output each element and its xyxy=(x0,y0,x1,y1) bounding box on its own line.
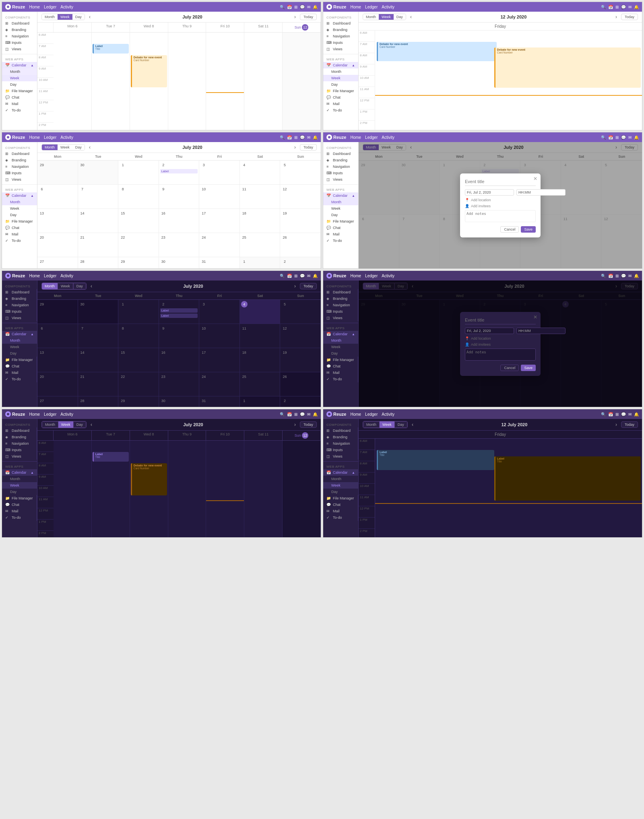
si3[interactable]: 🔍 xyxy=(280,135,285,140)
tab-day[interactable]: Day xyxy=(72,14,85,20)
modal-save-btn[interactable]: Save xyxy=(521,226,536,233)
mail-icon[interactable]: ✉ xyxy=(307,5,310,9)
prev-btn-2[interactable]: ‹ xyxy=(409,14,413,20)
next-btn-2[interactable]: › xyxy=(614,14,619,20)
today-btn[interactable]: Today xyxy=(300,14,317,20)
today-3[interactable]: Today xyxy=(300,144,317,151)
sidebar-item-todo[interactable]: ✓To-do xyxy=(2,107,37,113)
si-wk3[interactable]: Week xyxy=(2,205,37,212)
day-col-fri[interactable] xyxy=(206,33,244,130)
sidebar-sub-month[interactable]: Month xyxy=(2,68,37,75)
sidebar-sub-day[interactable]: Day xyxy=(2,81,37,88)
dark-day-event-blue[interactable]: Label Title xyxy=(377,450,494,470)
mc-28[interactable]: 28 xyxy=(78,257,119,268)
mc-18[interactable]: 18 xyxy=(240,209,281,233)
day-view-scroll[interactable]: 6 AM 7 AM 8 AM 9 AM 10 AM 11 AM 12 PM 1 … xyxy=(359,31,642,130)
mc-8[interactable]: 8 xyxy=(118,185,159,209)
event-label[interactable]: Label Title xyxy=(93,44,129,54)
mc-22[interactable]: 22 xyxy=(118,233,159,257)
day-col-thu[interactable] xyxy=(168,33,206,130)
tab-week-2[interactable]: Week xyxy=(379,14,394,20)
today-btn-2[interactable]: Today xyxy=(621,14,638,20)
bell-icon[interactable]: 🔔 xyxy=(313,5,318,9)
search-icon[interactable]: 🔍 xyxy=(280,5,285,9)
si-mon3[interactable]: Month xyxy=(2,199,37,205)
mc-16[interactable]: 16 xyxy=(159,209,200,233)
sidebar-item-branding[interactable]: ◈Branding xyxy=(2,27,37,33)
nav-activity[interactable]: Activity xyxy=(60,5,73,9)
sidebar-item-calendar[interactable]: 📅Calendar▲ xyxy=(2,62,37,68)
si-v3[interactable]: ◫Views xyxy=(2,176,37,183)
mc-6[interactable]: 6 xyxy=(37,185,78,209)
prev-btn[interactable]: ‹ xyxy=(87,14,92,20)
dark-modal-close[interactable]: ✕ xyxy=(533,314,537,320)
mc-19[interactable]: 19 xyxy=(280,209,321,233)
search-icon-2[interactable]: 🔍 xyxy=(601,5,606,9)
chat-icon[interactable]: 💬 xyxy=(300,5,305,9)
mc-21[interactable]: 21 xyxy=(78,233,119,257)
mc-12[interactable]: 12 xyxy=(280,185,321,209)
si-ch3[interactable]: 💬Chat xyxy=(2,225,37,231)
mc-1b[interactable]: 1 xyxy=(240,257,281,268)
nav-home[interactable]: Home xyxy=(29,5,40,9)
dark-day-event-orange[interactable]: Label Title xyxy=(494,456,641,501)
dark-time-field[interactable] xyxy=(516,328,566,334)
mc-23[interactable]: 23 xyxy=(159,233,200,257)
si-calendar-2[interactable]: 📅Calendar▲ xyxy=(323,62,358,68)
si-branding-2[interactable]: ◈Branding xyxy=(323,27,358,33)
si-views-2[interactable]: ◫Views xyxy=(323,46,358,52)
si-todo-2[interactable]: ✓To-do xyxy=(323,107,358,113)
mc-30[interactable]: 30 xyxy=(78,161,119,185)
event-day-orange[interactable]: Debate for new event Card Number xyxy=(494,47,641,88)
modal-close-btn[interactable]: ✕ xyxy=(533,176,537,182)
mc-2[interactable]: 2Label xyxy=(159,161,200,185)
event-day-blue[interactable]: Debate for new event Card Number xyxy=(377,42,497,61)
si-fm3[interactable]: 📁File Manager xyxy=(2,218,37,225)
dark-day-col[interactable]: Label Title Label Title xyxy=(375,439,642,537)
sidebar-item-filemanager[interactable]: 📁File Manager xyxy=(2,88,37,94)
mc-29[interactable]: 29 xyxy=(37,161,78,185)
mc-7[interactable]: 7 xyxy=(78,185,119,209)
si-b3[interactable]: ◈Branding xyxy=(2,157,37,163)
prev-3[interactable]: ‹ xyxy=(87,144,92,150)
day-col-mon[interactable] xyxy=(54,33,92,130)
dark-date-field[interactable] xyxy=(465,328,514,334)
day-col-tue[interactable]: Label Title xyxy=(92,33,130,130)
event-title-input[interactable] xyxy=(465,178,536,186)
sidebar-sub-week[interactable]: Week xyxy=(2,75,37,81)
si-cal3[interactable]: 📅Calendar▲ xyxy=(2,192,37,199)
dark-event-orange[interactable]: Debate for new event Card Number xyxy=(131,463,167,495)
modal-notes-field[interactable] xyxy=(465,210,536,222)
cal-icon-2[interactable]: 📅 xyxy=(608,5,613,9)
si-chat-2[interactable]: 💬Chat xyxy=(323,94,358,101)
week-body-scroll[interactable]: 6 AM 7 AM 8 AM 9 AM 10 AM 11 AM 12 PM 1 … xyxy=(37,33,321,130)
tab-week-3[interactable]: Week xyxy=(58,144,72,150)
si-d3[interactable]: ⊞Dashboard xyxy=(2,151,37,157)
dark-cancel-btn[interactable]: Cancel xyxy=(500,365,519,371)
day-col-sun[interactable] xyxy=(283,33,321,130)
mc-25[interactable]: 25 xyxy=(240,233,281,257)
si-i3[interactable]: ⌨Inputs xyxy=(2,170,37,176)
modal-cancel-btn[interactable]: Cancel xyxy=(500,226,519,233)
mc-3[interactable]: 3 xyxy=(199,161,240,185)
chip-label-2[interactable]: Label xyxy=(160,169,198,173)
mc-4[interactable]: 4 xyxy=(240,161,281,185)
mc-15[interactable]: 15 xyxy=(118,209,159,233)
tab-week[interactable]: Week xyxy=(58,14,72,20)
si-navigation-2[interactable]: ≡Navigation xyxy=(323,33,358,39)
tab-day-3[interactable]: Day xyxy=(72,144,85,150)
si-ml3[interactable]: ✉Mail xyxy=(2,231,37,237)
mc-11[interactable]: 11 xyxy=(240,185,281,209)
grid-icon-2[interactable]: ⊞ xyxy=(615,5,619,9)
si-filemgr-2[interactable]: 📁File Manager xyxy=(323,88,358,94)
mc-24[interactable]: 24 xyxy=(199,233,240,257)
mc-5[interactable]: 5 xyxy=(280,161,321,185)
dark-modal-overlay[interactable]: ✕ 📍 Add location 👤 xyxy=(359,281,642,407)
mc-20[interactable]: 20 xyxy=(37,233,78,257)
sidebar-item-views[interactable]: ◫Views xyxy=(2,46,37,52)
sidebar-item-inputs[interactable]: ⌨Inputs xyxy=(2,39,37,46)
mc-1[interactable]: 1 xyxy=(118,161,159,185)
modal-invitees-row[interactable]: 👤 Add invitees xyxy=(465,204,536,208)
si-mail-2[interactable]: ✉Mail xyxy=(323,101,358,107)
bell-icon-2[interactable]: 🔔 xyxy=(634,5,639,9)
